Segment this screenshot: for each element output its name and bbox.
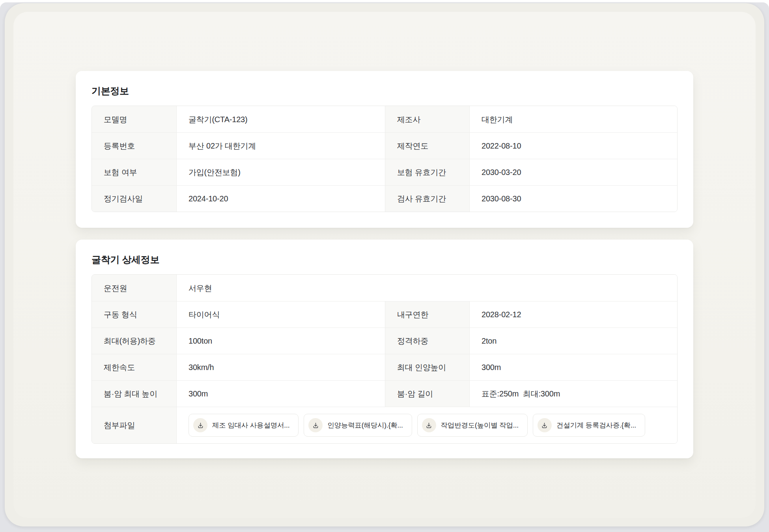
field-value: 30km/h xyxy=(177,354,385,380)
detail-info-title: 굴착기 상세정보 xyxy=(91,254,678,266)
field-value: 300m xyxy=(177,381,385,407)
field-value: 대한기계 xyxy=(470,106,677,132)
table-row: 붐·암 최대 높이 300m 붐·암 길이 표준:250m 최대:300m xyxy=(92,380,677,407)
field-value: 100ton xyxy=(177,328,385,354)
field-value: 2030-03-20 xyxy=(470,159,677,185)
attachments-row: 첨부파일 제조 임대사 사용설명서... xyxy=(92,407,677,443)
field-label: 붐·암 길이 xyxy=(385,381,470,407)
field-value: 2024-10-20 xyxy=(177,186,385,212)
table-row: 구동 형식 타이어식 내구연한 2028-02-12 xyxy=(92,301,677,327)
field-value: 2028-02-12 xyxy=(470,301,677,327)
field-label: 제작연도 xyxy=(385,133,470,159)
download-icon xyxy=(422,418,436,432)
attachment-file-chip[interactable]: 인양능력표(해당시).{확... xyxy=(304,414,412,437)
attachment-file-name: 제조 임대사 사용설명서... xyxy=(212,420,289,430)
field-label: 첨부파일 xyxy=(92,407,177,443)
download-icon xyxy=(193,418,207,432)
field-value: 굴착기(CTA-123) xyxy=(177,106,385,132)
detail-info-table: 운전원 서우현 구동 형식 타이어식 내구연한 2028-02-12 최대(허용… xyxy=(91,274,678,444)
attachment-file-name: 건설기계 등록검사증.{확... xyxy=(556,420,636,430)
field-label: 검사 유효기간 xyxy=(385,186,470,212)
table-row: 제한속도 30km/h 최대 인양높이 300m xyxy=(92,354,677,380)
field-value: 2022-08-10 xyxy=(470,133,677,159)
field-value: 부산 02가 대한기계 xyxy=(177,133,385,159)
field-label: 보험 여부 xyxy=(92,159,177,185)
field-label: 정기검사일 xyxy=(92,186,177,212)
table-row: 정기검사일 2024-10-20 검사 유효기간 2030-08-30 xyxy=(92,185,677,212)
field-label: 최대 인양높이 xyxy=(385,354,470,380)
download-icon xyxy=(538,418,552,432)
table-row: 보험 여부 가입(안전보험) 보험 유효기간 2030-03-20 xyxy=(92,159,677,185)
field-value: 2ton xyxy=(470,328,677,354)
field-label: 제한속도 xyxy=(92,354,177,380)
basic-info-title: 기본정보 xyxy=(91,85,678,97)
basic-info-card: 기본정보 모델명 굴착기(CTA-123) 제조사 대한기계 등록번호 부산 0… xyxy=(76,71,693,228)
attachment-file-chip[interactable]: 작업반경도(높이별 작업... xyxy=(417,414,528,437)
field-label: 제조사 xyxy=(385,106,470,132)
field-label: 정격하중 xyxy=(385,328,470,354)
field-label: 붐·암 최대 높이 xyxy=(92,381,177,407)
attachment-file-name: 작업반경도(높이별 작업... xyxy=(441,420,519,430)
table-row: 최대(허용)하중 100ton 정격하중 2ton xyxy=(92,327,677,354)
table-row: 등록번호 부산 02가 대한기계 제작연도 2022-08-10 xyxy=(92,132,677,159)
field-label: 보험 유효기간 xyxy=(385,159,470,185)
field-value: 타이어식 xyxy=(177,301,385,327)
basic-info-table: 모델명 굴착기(CTA-123) 제조사 대한기계 등록번호 부산 02가 대한… xyxy=(91,106,678,212)
table-row: 모델명 굴착기(CTA-123) 제조사 대한기계 xyxy=(92,106,677,132)
attachment-file-name: 인양능력표(해당시).{확... xyxy=(327,420,403,430)
field-value: 서우현 xyxy=(177,275,677,301)
field-value: 2030-08-30 xyxy=(470,186,677,212)
field-label: 모델명 xyxy=(92,106,177,132)
field-value: 표준:250m 최대:300m xyxy=(470,381,677,407)
page: 기본정보 모델명 굴착기(CTA-123) 제조사 대한기계 등록번호 부산 0… xyxy=(0,0,769,532)
field-label: 내구연한 xyxy=(385,301,470,327)
field-label: 구동 형식 xyxy=(92,301,177,327)
table-row: 운전원 서우현 xyxy=(92,275,677,301)
attachment-file-chip[interactable]: 제조 임대사 사용설명서... xyxy=(189,414,299,437)
field-value: 가입(안전보험) xyxy=(177,159,385,185)
field-label: 운전원 xyxy=(92,275,177,301)
download-icon xyxy=(308,418,323,432)
attachment-list: 제조 임대사 사용설명서... 인양능력표(해당시).{확... xyxy=(189,414,645,437)
field-value: 300m xyxy=(470,354,677,380)
detail-info-card: 굴착기 상세정보 운전원 서우현 구동 형식 타이어식 내구연한 2028-02… xyxy=(76,240,693,458)
field-label: 최대(허용)하중 xyxy=(92,328,177,354)
attachment-file-chip[interactable]: 건설기계 등록검사증.{확... xyxy=(533,414,645,437)
field-label: 등록번호 xyxy=(92,133,177,159)
